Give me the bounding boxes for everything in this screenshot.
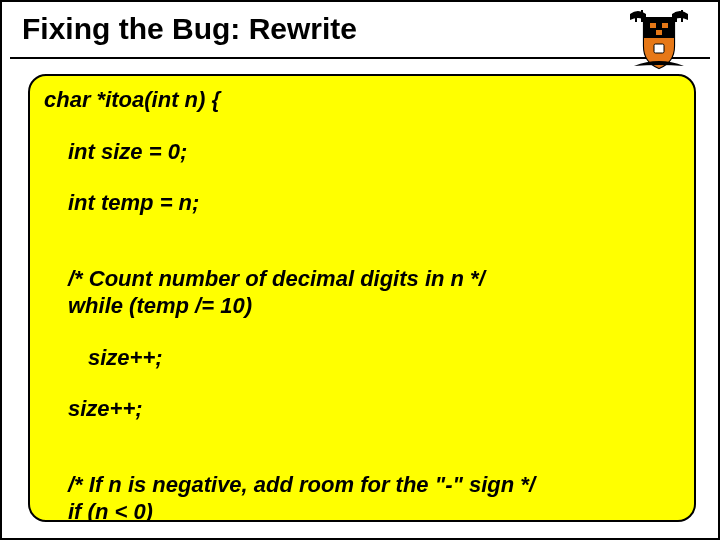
svg-rect-0: [654, 44, 664, 53]
svg-rect-3: [656, 30, 662, 35]
blank-line: [44, 217, 680, 241]
code-line: if (n < 0): [44, 498, 680, 522]
code-line: while (temp /= 10): [44, 292, 680, 320]
code-line: size++;: [44, 395, 680, 423]
slide: Fixing the Bug: Rewrite char *itoa(int n…: [0, 0, 720, 540]
blank-line: [44, 165, 680, 189]
blank-line: [44, 423, 680, 447]
blank-line: [44, 447, 680, 471]
code-box: char *itoa(int n) { int size = 0; int te…: [28, 74, 696, 522]
blank-line: [44, 241, 680, 265]
code-line: int temp = n;: [44, 189, 680, 217]
code-line: char *itoa(int n) {: [44, 86, 680, 114]
svg-rect-2: [662, 23, 668, 28]
blank-line: [44, 320, 680, 344]
title-area: Fixing the Bug: Rewrite: [2, 2, 718, 51]
princeton-crest-icon: [620, 8, 698, 72]
code-line: /* If n is negative, add room for the "-…: [44, 471, 680, 499]
svg-rect-1: [650, 23, 656, 28]
horizontal-rule: [10, 57, 710, 59]
code-line: /* Count number of decimal digits in n *…: [44, 265, 680, 293]
code-line: size++;: [44, 344, 680, 372]
blank-line: [44, 371, 680, 395]
slide-title: Fixing the Bug: Rewrite: [22, 12, 698, 47]
code-line: int size = 0;: [44, 138, 680, 166]
blank-line: [44, 114, 680, 138]
